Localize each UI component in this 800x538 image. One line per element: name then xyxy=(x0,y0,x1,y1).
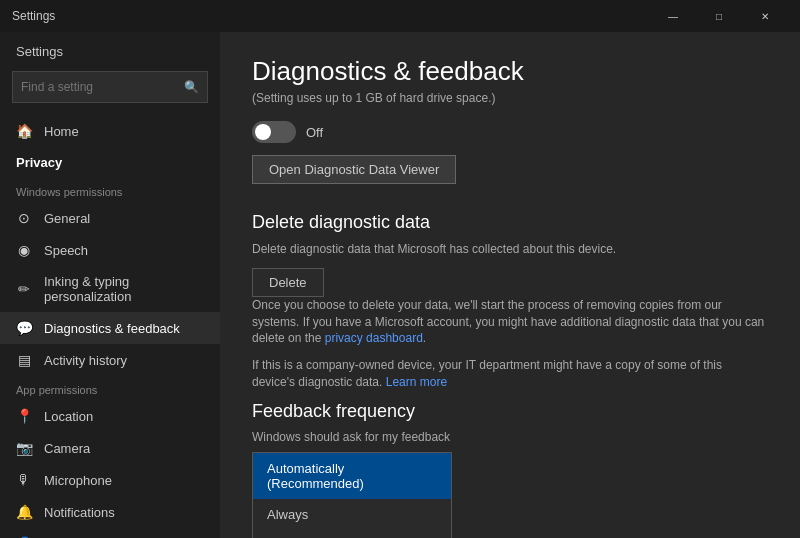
sidebar: Settings 🔍 🏠 Home Privacy Windows permis… xyxy=(0,32,220,538)
privacy-dashboard-link[interactable]: privacy dashboard xyxy=(325,331,423,345)
sidebar-item-activity[interactable]: ▤ Activity history xyxy=(0,344,220,376)
dropdown-item-always[interactable]: Always xyxy=(253,499,451,530)
camera-icon: 📷 xyxy=(16,440,32,456)
sidebar-item-inking-label: Inking & typing personalization xyxy=(44,274,204,304)
sidebar-item-home[interactable]: 🏠 Home xyxy=(0,115,220,147)
general-icon: ⊙ xyxy=(16,210,32,226)
page-title: Diagnostics & feedback xyxy=(252,56,768,87)
titlebar: Settings — □ ✕ xyxy=(0,0,800,32)
sidebar-item-notifications[interactable]: 🔔 Notifications xyxy=(0,496,220,528)
privacy-label: Privacy xyxy=(16,155,62,170)
delete-section-title: Delete diagnostic data xyxy=(252,212,768,233)
inking-icon: ✏ xyxy=(16,281,32,297)
sidebar-item-diagnostics-label: Diagnostics & feedback xyxy=(44,321,180,336)
delete-note: Once you choose to delete your data, we'… xyxy=(252,297,768,347)
dropdown-item-auto[interactable]: Automatically (Recommended) xyxy=(253,453,451,499)
sidebar-item-camera[interactable]: 📷 Camera xyxy=(0,432,220,464)
dropdown-item-day[interactable]: Once a day xyxy=(253,530,451,538)
sidebar-privacy-header: Privacy xyxy=(0,147,220,178)
toggle-label: Off xyxy=(306,125,323,140)
titlebar-title: Settings xyxy=(12,9,55,23)
sidebar-item-speech[interactable]: ◉ Speech xyxy=(0,234,220,266)
sidebar-item-speech-label: Speech xyxy=(44,243,88,258)
sidebar-item-general[interactable]: ⊙ General xyxy=(0,202,220,234)
delete-section-description: Delete diagnostic data that Microsoft ha… xyxy=(252,241,768,258)
sidebar-item-activity-label: Activity history xyxy=(44,353,127,368)
diagnostics-icon: 💬 xyxy=(16,320,32,336)
dropdown-menu: Automatically (Recommended) Always Once … xyxy=(252,452,452,538)
close-button[interactable]: ✕ xyxy=(742,0,788,32)
sidebar-item-general-label: General xyxy=(44,211,90,226)
page-subtitle: (Setting uses up to 1 GB of hard drive s… xyxy=(252,91,768,105)
company-note: If this is a company-owned device, your … xyxy=(252,357,768,391)
maximize-button[interactable]: □ xyxy=(696,0,742,32)
sidebar-item-location-label: Location xyxy=(44,409,93,424)
sidebar-item-notifications-label: Notifications xyxy=(44,505,115,520)
sidebar-item-camera-label: Camera xyxy=(44,441,90,456)
windows-permissions-label: Windows permissions xyxy=(0,178,220,202)
feedback-dropdown: Automatically (Recommended) Always Once … xyxy=(252,452,768,538)
notifications-icon: 🔔 xyxy=(16,504,32,520)
location-icon: 📍 xyxy=(16,408,32,424)
home-icon: 🏠 xyxy=(16,123,32,139)
sidebar-search[interactable]: 🔍 xyxy=(12,71,208,103)
sidebar-item-location[interactable]: 📍 Location xyxy=(0,400,220,432)
titlebar-controls: — □ ✕ xyxy=(650,0,788,32)
sidebar-item-home-label: Home xyxy=(44,124,79,139)
toggle-row: Off xyxy=(252,121,768,143)
feedback-label: Windows should ask for my feedback xyxy=(252,430,768,444)
sidebar-item-account-info[interactable]: 👤 Account info xyxy=(0,528,220,538)
app-permissions-label: App permissions xyxy=(0,376,220,400)
sidebar-header: Settings xyxy=(0,32,220,67)
minimize-button[interactable]: — xyxy=(650,0,696,32)
diagnostic-toggle[interactable] xyxy=(252,121,296,143)
open-viewer-button[interactable]: Open Diagnostic Data Viewer xyxy=(252,155,456,184)
sidebar-item-diagnostics[interactable]: 💬 Diagnostics & feedback xyxy=(0,312,220,344)
sidebar-item-inking[interactable]: ✏ Inking & typing personalization xyxy=(0,266,220,312)
microphone-icon: 🎙 xyxy=(16,472,32,488)
speech-icon: ◉ xyxy=(16,242,32,258)
search-input[interactable] xyxy=(21,80,184,94)
toggle-knob xyxy=(255,124,271,140)
activity-icon: ▤ xyxy=(16,352,32,368)
main-layout: Settings 🔍 🏠 Home Privacy Windows permis… xyxy=(0,32,800,538)
feedback-section-title: Feedback frequency xyxy=(252,401,768,422)
company-note-text: If this is a company-owned device, your … xyxy=(252,358,722,389)
search-icon: 🔍 xyxy=(184,80,199,94)
sidebar-item-microphone-label: Microphone xyxy=(44,473,112,488)
sidebar-item-microphone[interactable]: 🎙 Microphone xyxy=(0,464,220,496)
learn-more-link[interactable]: Learn more xyxy=(386,375,447,389)
delete-button[interactable]: Delete xyxy=(252,268,324,297)
content-area: Diagnostics & feedback (Setting uses up … xyxy=(220,32,800,538)
